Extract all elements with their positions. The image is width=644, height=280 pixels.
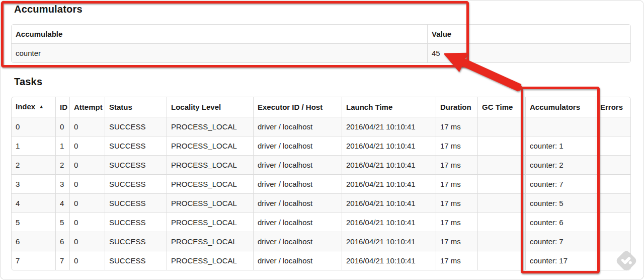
column-header-duration[interactable]: Duration [436,97,477,117]
table-cell: PROCESS_LOCAL [167,251,253,270]
table-cell: 2016/04/21 10:10:41 [342,232,436,251]
column-header-gc-time[interactable]: GC Time [477,97,525,117]
table-row: 220SUCCESSPROCESS_LOCALdriver / localhos… [12,155,630,174]
table-cell: 1 [12,136,55,155]
table-cell: 5 [55,213,69,232]
table-cell: PROCESS_LOCAL [167,136,253,155]
table-cell: driver / localhost [253,251,342,270]
table-cell: PROCESS_LOCAL [167,117,253,136]
column-header-errors[interactable]: Errors [596,97,630,117]
table-cell [477,155,525,174]
table-cell [477,174,525,193]
table-cell [596,136,630,155]
table-cell: 2016/04/21 10:10:41 [342,193,436,213]
table-cell: 4 [55,193,69,213]
column-header-id[interactable]: ID [55,97,69,117]
table-cell: SUCCESS [105,155,167,174]
accumulators-section-heading: Accumulators [14,4,83,15]
table-row: counter45 [12,43,630,62]
table-cell: 2016/04/21 10:10:41 [342,213,436,232]
column-header-locality[interactable]: Locality Level [167,97,253,117]
accumulators-table: Accumulable Value counter45 [11,24,631,63]
table-cell: 0 [69,251,105,270]
column-header-accumulable[interactable]: Accumulable [12,25,427,43]
table-cell [477,136,525,155]
table-cell [477,213,525,232]
tasks-table-header-row: Index▲ ID Attempt Status Locality Level … [12,97,630,117]
spark-ui-stage-page: Accumulators Accumulable Value counter45… [0,0,644,280]
table-cell [477,232,525,251]
table-cell [477,193,525,213]
table-cell [596,155,630,174]
table-cell: 4 [12,193,55,213]
table-cell: SUCCESS [105,174,167,193]
table-cell: 17 ms [436,251,477,270]
table-cell [477,117,525,136]
table-cell: counter: 5 [525,193,596,213]
table-row: 440SUCCESSPROCESS_LOCALdriver / localhos… [12,193,630,213]
sort-ascending-icon: ▲ [39,104,44,109]
table-cell: PROCESS_LOCAL [167,193,253,213]
table-cell: driver / localhost [253,213,342,232]
table-cell: 0 [69,155,105,174]
column-header-status[interactable]: Status [105,97,167,117]
column-header-value[interactable]: Value [427,25,630,43]
table-cell: 2016/04/21 10:10:41 [342,155,436,174]
table-cell: 3 [55,174,69,193]
table-cell: 0 [69,213,105,232]
table-cell: 6 [55,232,69,251]
table-row: 770SUCCESSPROCESS_LOCALdriver / localhos… [12,251,630,270]
table-cell: driver / localhost [253,193,342,213]
table-cell: SUCCESS [105,117,167,136]
table-row: 550SUCCESSPROCESS_LOCALdriver / localhos… [12,213,630,232]
table-cell: counter: 7 [525,174,596,193]
table-cell: 17 ms [436,193,477,213]
table-cell: 17 ms [436,155,477,174]
table-row: 110SUCCESSPROCESS_LOCALdriver / localhos… [12,136,630,155]
table-cell: counter: 7 [525,232,596,251]
column-header-index[interactable]: Index▲ [12,97,55,117]
table-cell: 2016/04/21 10:10:41 [342,136,436,155]
table-cell: driver / localhost [253,117,342,136]
table-cell: driver / localhost [253,232,342,251]
table-cell: SUCCESS [105,251,167,270]
table-cell: 5 [12,213,55,232]
table-cell: 7 [12,251,55,270]
table-cell: 17 ms [436,232,477,251]
table-cell: counter: 17 [525,251,596,270]
column-header-index-label: Index [16,102,35,111]
table-cell: 17 ms [436,117,477,136]
table-cell: SUCCESS [105,213,167,232]
table-cell: 0 [69,232,105,251]
table-cell: SUCCESS [105,193,167,213]
table-cell: counter: 6 [525,213,596,232]
table-cell: 2016/04/21 10:10:41 [342,174,436,193]
column-header-launch-time[interactable]: Launch Time [342,97,436,117]
table-cell: 2016/04/21 10:10:41 [342,117,436,136]
table-cell [477,251,525,270]
column-header-executor[interactable]: Executor ID / Host [253,97,342,117]
tasks-section-heading: Tasks [14,76,42,88]
table-cell: driver / localhost [253,136,342,155]
column-header-accumulators[interactable]: Accumulators [525,97,596,117]
table-cell: 0 [12,117,55,136]
table-cell: counter [12,43,427,62]
table-cell: 0 [69,136,105,155]
table-cell: 0 [69,193,105,213]
table-cell: PROCESS_LOCAL [167,232,253,251]
watermark-icon [613,248,639,274]
table-cell: PROCESS_LOCAL [167,213,253,232]
table-cell: 7 [55,251,69,270]
column-header-attempt[interactable]: Attempt [69,97,105,117]
table-cell: 2016/04/21 10:10:41 [342,251,436,270]
table-cell: SUCCESS [105,232,167,251]
accumulators-table-header-row: Accumulable Value [12,25,630,43]
table-cell: 0 [69,117,105,136]
table-cell: 17 ms [436,136,477,155]
table-cell: 17 ms [436,213,477,232]
table-cell: 6 [12,232,55,251]
table-cell: counter: 2 [525,155,596,174]
table-cell [596,174,630,193]
table-row: 660SUCCESSPROCESS_LOCALdriver / localhos… [12,232,630,251]
table-cell [596,117,630,136]
